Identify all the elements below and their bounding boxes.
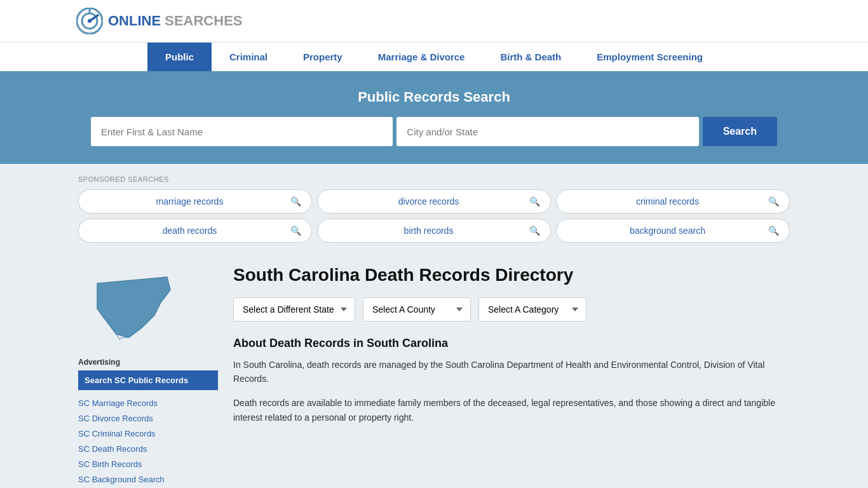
pill-birth-text: birth records: [328, 226, 529, 236]
search-button[interactable]: Search: [703, 117, 777, 146]
directory-content: South Carolina Death Records Directory S…: [233, 264, 790, 487]
sidebar-links: SC Marriage Records SC Divorce Records S…: [78, 396, 218, 487]
hero-title: Public Records Search: [76, 89, 792, 105]
sponsored-label: SPONSORED SEARCHES: [78, 175, 790, 183]
nav-public[interactable]: Public: [147, 43, 212, 71]
sidebar-link-death[interactable]: SC Death Records: [78, 442, 218, 456]
advertising-label: Advertising: [78, 358, 218, 367]
logo-icon: [76, 8, 103, 34]
pill-marriage-text: marriage records: [89, 196, 290, 207]
main-nav: Public Criminal Property Marriage & Divo…: [0, 42, 868, 71]
category-dropdown[interactable]: Select A Category: [478, 297, 587, 322]
directory-title: South Carolina Death Records Directory: [233, 264, 790, 286]
sidebar-link-criminal[interactable]: SC Criminal Records: [78, 427, 218, 441]
search-icon-6: 🔍: [768, 226, 779, 236]
sidebar-link-background[interactable]: SC Background Search: [78, 473, 218, 487]
search-icon-3: 🔍: [768, 196, 779, 207]
about-title: About Death Records in South Carolina: [233, 337, 790, 350]
logo-searches: SEARCHES: [165, 13, 242, 29]
hero-banner: Public Records Search Search: [0, 71, 868, 164]
about-text-2: Death records are available to immediate…: [233, 396, 790, 424]
search-icon-2: 🔍: [529, 196, 540, 207]
pill-divorce-records[interactable]: divorce records 🔍: [317, 189, 551, 214]
nav-criminal[interactable]: Criminal: [212, 43, 285, 71]
svg-point-3: [88, 19, 92, 23]
search-icon-1: 🔍: [290, 196, 301, 207]
pill-background-search[interactable]: background search 🔍: [556, 219, 790, 243]
sidebar-link-divorce[interactable]: SC Divorce Records: [78, 412, 218, 426]
nav-birth-death[interactable]: Birth & Death: [482, 43, 579, 71]
nav-marriage-divorce[interactable]: Marriage & Divorce: [360, 43, 483, 71]
pill-birth-records[interactable]: birth records 🔍: [317, 219, 551, 243]
logo-online: ONLINE: [108, 13, 161, 29]
pill-divorce-text: divorce records: [328, 196, 529, 207]
dropdowns-row: Select a Different State Select A County…: [233, 297, 790, 322]
sidebar-ad-box[interactable]: Search SC Public Records: [78, 370, 218, 390]
sidebar: Advertising Search SC Public Records SC …: [78, 264, 218, 487]
name-input[interactable]: [91, 117, 393, 146]
nav-property[interactable]: Property: [285, 43, 360, 71]
main-content: SPONSORED SEARCHES marriage records 🔍 di…: [40, 164, 828, 488]
sidebar-link-birth[interactable]: SC Birth Records: [78, 458, 218, 471]
pill-death-records[interactable]: death records 🔍: [78, 219, 312, 243]
pill-background-text: background search: [567, 226, 768, 236]
state-dropdown[interactable]: Select a Different State: [233, 297, 355, 322]
header: ONLINE SEARCHES: [0, 0, 868, 42]
about-text-1: In South Carolina, death records are man…: [233, 358, 790, 386]
logo-text: ONLINE SEARCHES: [108, 13, 243, 29]
search-pills: marriage records 🔍 divorce records 🔍 cri…: [78, 189, 790, 243]
location-input[interactable]: [397, 117, 698, 146]
sponsored-section: SPONSORED SEARCHES marriage records 🔍 di…: [78, 164, 790, 249]
logo[interactable]: ONLINE SEARCHES: [76, 8, 243, 34]
nav-employment[interactable]: Employment Screening: [579, 43, 721, 71]
search-icon-5: 🔍: [529, 226, 540, 236]
search-icon-4: 🔍: [290, 226, 301, 236]
pill-marriage-records[interactable]: marriage records 🔍: [78, 189, 312, 214]
sc-map-image: [78, 264, 180, 347]
directory-section: Advertising Search SC Public Records SC …: [78, 249, 790, 488]
county-dropdown[interactable]: Select A County: [363, 297, 471, 322]
pill-death-text: death records: [89, 226, 290, 236]
pill-criminal-text: criminal records: [567, 196, 768, 207]
sidebar-link-marriage[interactable]: SC Marriage Records: [78, 396, 218, 410]
pill-criminal-records[interactable]: criminal records 🔍: [556, 189, 790, 214]
search-bar: Search: [91, 117, 777, 146]
